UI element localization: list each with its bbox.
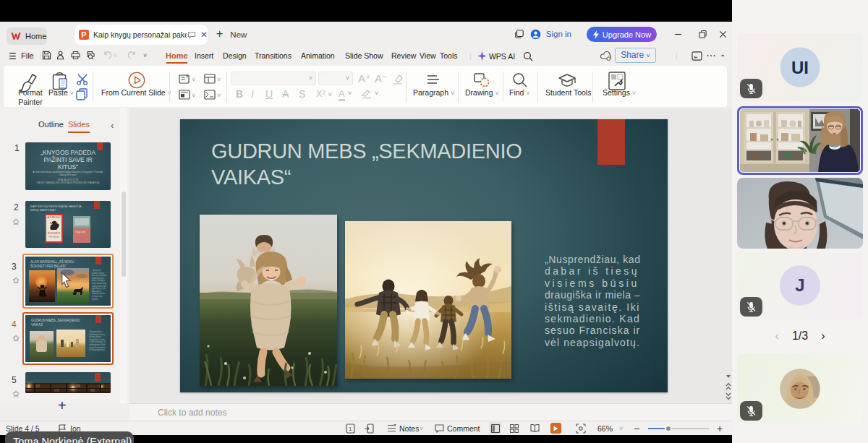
svg-text:1: 1 — [349, 426, 352, 432]
